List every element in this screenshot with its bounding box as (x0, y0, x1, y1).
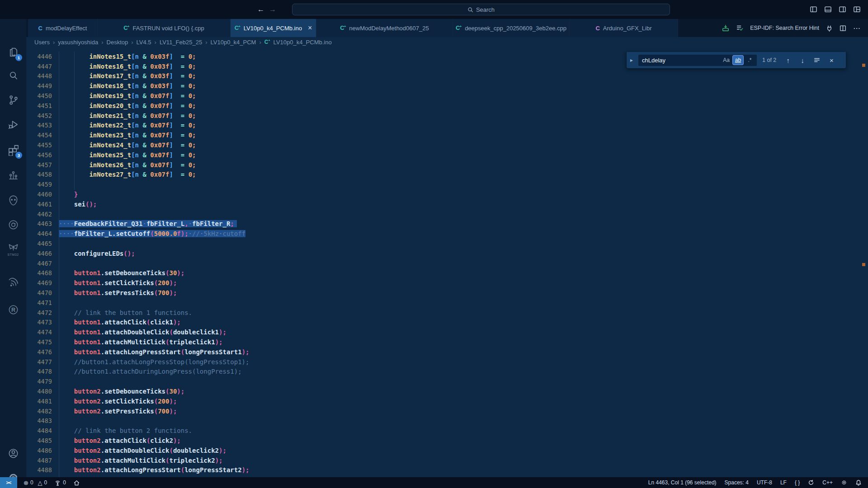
code-text[interactable]: inNotes17_t[n & 0x03f] = 0; (59, 72, 196, 80)
command-center-search[interactable]: Search (292, 4, 670, 15)
code-line-4481[interactable]: 4481 button2.setClickTicks(200); (26, 396, 868, 406)
sidebar-item-run-debug[interactable] (0, 117, 26, 132)
code-line-4466[interactable]: 4466 configureLEDs(); (26, 249, 868, 258)
task-list-icon[interactable] (736, 24, 743, 32)
line-number[interactable]: 4472 (26, 309, 52, 316)
code-text[interactable]: ····FeedbackFilter_Q31·fbFilter_L,·fbFil… (59, 220, 237, 227)
code-text[interactable]: inNotes15_t[n & 0x03f] = 0; (59, 53, 196, 60)
line-number[interactable]: 4463 (26, 220, 52, 227)
code-text[interactable]: button2.attachLongPressStart(longPressSt… (59, 466, 249, 474)
line-number[interactable]: 4467 (26, 260, 52, 267)
code-line-4483[interactable]: 4483 (26, 416, 868, 426)
indentation-indicator[interactable]: Spaces: 4 (725, 479, 749, 486)
line-number[interactable]: 4468 (26, 269, 52, 277)
line-number[interactable]: 4457 (26, 161, 52, 169)
code-line-4480[interactable]: 4480 button2.setDebounceTicks(30); (26, 386, 868, 396)
line-number[interactable]: 4485 (26, 437, 52, 444)
extension-gear-icon[interactable] (841, 479, 847, 486)
code-line-4486[interactable]: 4486 button2.attachDoubleClick(doublecli… (26, 446, 868, 455)
tab-arduino_gfx_libr[interactable]: CArduino_GFX_Libr (570, 19, 678, 37)
code-line-4462[interactable]: 4462 (26, 209, 868, 219)
line-number[interactable]: 4482 (26, 408, 52, 415)
code-editor[interactable]: 4446 inNotes15_t[n & 0x03f] = 0;4447 inN… (26, 47, 868, 477)
forward-arrow-icon[interactable]: → (268, 4, 278, 15)
line-number[interactable]: 4450 (26, 92, 52, 99)
code-text[interactable]: inNotes26_t[n & 0x07f] = 0; (59, 161, 196, 169)
code-line-4479[interactable]: 4479 (26, 376, 868, 386)
find-expand-chevron-icon[interactable]: ▸ (628, 57, 635, 63)
code-text[interactable]: inNotes24_t[n & 0x07f] = 0; (59, 141, 196, 149)
sidebar-item-extensions[interactable]: 3 (0, 142, 26, 157)
line-number[interactable]: 4475 (26, 338, 52, 346)
cursor-position[interactable]: Ln 4463, Col 1 (96 selected) (648, 479, 717, 486)
line-number[interactable]: 4460 (26, 191, 52, 198)
line-number[interactable]: 4456 (26, 151, 52, 159)
tab-newmoddelaymethod0607_25[interactable]: C+newModDelayMethod0607_25 (316, 19, 453, 37)
breadcrumb-file[interactable]: LV10p0_k4_PCMb.ino (274, 39, 332, 46)
line-number[interactable]: 4453 (26, 122, 52, 129)
code-text[interactable]: button2.attachMultiClick(tripleclick2); (59, 457, 222, 464)
line-number[interactable]: 4464 (26, 230, 52, 237)
sidebar-item-circuit-tool[interactable] (0, 167, 26, 183)
code-text[interactable]: inNotes20_t[n & 0x07f] = 0; (59, 102, 196, 109)
line-number[interactable]: 4465 (26, 240, 52, 247)
esp-idf-hint-button[interactable]: ESP-IDF: Search Error Hint (750, 25, 819, 31)
line-number[interactable]: 4471 (26, 299, 52, 306)
toggle-sidebar-icon[interactable] (810, 5, 817, 13)
encoding-indicator[interactable]: UTF-8 (757, 479, 772, 486)
code-line-4469[interactable]: 4469 button1.setClickTicks(200); (26, 278, 868, 288)
sidebar-item-spiral-tool[interactable] (0, 217, 26, 232)
accounts-button[interactable] (0, 446, 26, 461)
code-line-4484[interactable]: 4484 // link the button 2 functions. (26, 426, 868, 436)
code-line-4476[interactable]: 4476 button1.attachLongPressStart(longPr… (26, 347, 868, 357)
breadcrumb-item[interactable]: yasushiyoshida (58, 39, 98, 46)
sidebar-item-source-control[interactable] (0, 92, 26, 108)
whole-word-toggle[interactable]: ab (733, 56, 743, 65)
line-number[interactable]: 4451 (26, 102, 52, 109)
line-number[interactable]: 4452 (26, 112, 52, 119)
line-number[interactable]: 4480 (26, 388, 52, 395)
braces-icon[interactable]: { } (795, 479, 800, 486)
next-match-icon[interactable]: ↓ (797, 55, 808, 66)
code-line-4463[interactable]: 4463····FeedbackFilter_Q31·fbFilter_L,·f… (26, 219, 868, 229)
line-number[interactable]: 4470 (26, 289, 52, 296)
sidebar-item-platformio[interactable] (0, 192, 26, 208)
customize-layout-icon[interactable] (853, 5, 861, 13)
language-mode[interactable]: C++ (822, 479, 833, 486)
code-text[interactable]: sei(); (59, 201, 97, 208)
code-text[interactable]: //button1.attachLongPressStop(longPressS… (59, 358, 249, 366)
code-text[interactable]: button2.attachClick(click2); (59, 437, 181, 444)
code-line-4488[interactable]: 4488 button2.attachLongPressStart(longPr… (26, 465, 868, 475)
code-line-4460[interactable]: 4460 } (26, 189, 868, 199)
code-line-4453[interactable]: 4453 inNotes22_t[n & 0x07f] = 0; (26, 121, 868, 131)
code-text[interactable]: // link the button 2 functions. (59, 427, 192, 434)
eol-indicator[interactable]: LF (780, 479, 787, 486)
code-line-4454[interactable]: 4454 inNotes23_t[n & 0x07f] = 0; (26, 130, 868, 140)
close-find-icon[interactable]: × (826, 55, 837, 66)
line-number[interactable]: 4461 (26, 201, 52, 208)
breadcrumb-item[interactable]: Desktop (107, 39, 128, 46)
line-number[interactable]: 4479 (26, 378, 52, 385)
line-number[interactable]: 4459 (26, 181, 52, 188)
code-line-4452[interactable]: 4452 inNotes21_t[n & 0x07f] = 0; (26, 111, 868, 121)
line-number[interactable]: 4454 (26, 131, 52, 139)
code-line-4456[interactable]: 4456 inNotes25_t[n & 0x07f] = 0; (26, 150, 868, 160)
code-text[interactable]: inNotes16_t[n & 0x03f] = 0; (59, 63, 196, 70)
code-text[interactable]: button1.attachLongPressStart(longPressSt… (59, 348, 249, 356)
toggle-panel-icon[interactable] (824, 5, 832, 13)
code-line-4455[interactable]: 4455 inNotes24_t[n & 0x07f] = 0; (26, 140, 868, 150)
back-arrow-icon[interactable]: ← (256, 4, 266, 15)
code-text[interactable]: button2.setPressTicks(700); (59, 408, 177, 415)
line-number[interactable]: 4455 (26, 141, 52, 149)
code-line-4482[interactable]: 4482 button2.setPressTicks(700); (26, 406, 868, 416)
line-number[interactable]: 4474 (26, 328, 52, 336)
toggle-secondary-sidebar-icon[interactable] (839, 5, 846, 13)
code-text[interactable]: button1.attachDoubleClick(doubleclick1); (59, 328, 226, 336)
code-line-4487[interactable]: 4487 button2.attachMultiClick(tripleclic… (26, 455, 868, 465)
code-text[interactable]: button2.attachDoubleClick(doubleclick2); (59, 447, 226, 454)
line-number[interactable]: 4458 (26, 171, 52, 178)
code-line-4468[interactable]: 4468 button1.setDebounceTicks(30); (26, 268, 868, 278)
code-text[interactable]: // link the button 1 functions. (59, 309, 192, 316)
code-line-4458[interactable]: 4458 inNotes27_t[n & 0x07f] = 0; (26, 170, 868, 180)
tab-fastrun-void-lfo-cpp[interactable]: C+FASTRUN void LFO() {.cpp (98, 19, 231, 37)
